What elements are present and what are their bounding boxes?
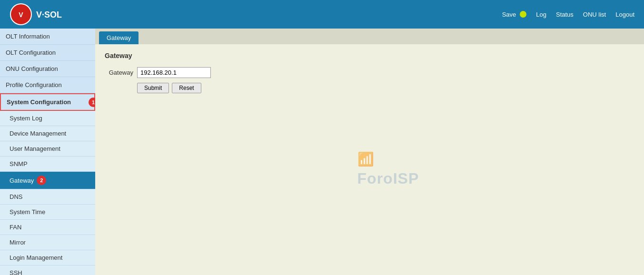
logout-button[interactable]: Logout — [615, 11, 634, 18]
reset-button[interactable]: Reset — [172, 83, 201, 93]
badge-2: 2 — [37, 176, 46, 185]
sidebar-sub-item-login-management[interactable]: Login Management — [0, 250, 95, 265]
sidebar-item-profile-configuration[interactable]: Profile Configuration — [0, 77, 95, 93]
gateway-input[interactable] — [137, 67, 211, 78]
submit-button[interactable]: Submit — [137, 83, 169, 93]
layout: OLT Information OLT Configuration ONU Co… — [0, 29, 644, 275]
gateway-form-row: Gateway — [105, 67, 634, 78]
watermark: 📶 ForoISP — [357, 147, 419, 187]
main-content: Gateway Gateway Gateway Submit Reset 📶 F… — [95, 29, 644, 275]
sidebar-sub-item-device-management[interactable]: Device Management — [0, 126, 95, 141]
button-row: Submit Reset — [137, 83, 634, 93]
sidebar-sub-item-user-management[interactable]: User Management — [0, 141, 95, 157]
logo-area: V V·SOL — [10, 3, 69, 26]
badge-1: 1 — [89, 98, 95, 107]
content-area: Gateway Gateway Submit Reset 📶 ForoISP — [95, 44, 644, 275]
sidebar-sub-item-system-log[interactable]: System Log — [0, 111, 95, 126]
log-button[interactable]: Log — [536, 11, 546, 18]
status-dot — [520, 11, 526, 18]
tab-gateway[interactable]: Gateway — [99, 31, 139, 44]
page-title: Gateway — [105, 52, 634, 59]
sidebar-sub-item-gateway[interactable]: Gateway 2 — [0, 172, 95, 189]
tab-bar: Gateway — [95, 29, 644, 44]
sidebar-sub-item-mirror[interactable]: Mirror — [0, 235, 95, 250]
svg-text:V·SOL: V·SOL — [36, 10, 62, 20]
sidebar-item-system-configuration[interactable]: System Configuration 1 — [0, 93, 95, 111]
save-button[interactable]: Save — [502, 11, 516, 18]
status-button[interactable]: Status — [556, 11, 574, 18]
vsol-text-logo: V·SOL — [36, 7, 69, 21]
sidebar-sub-item-fan[interactable]: FAN — [0, 220, 95, 235]
sidebar-sub-item-dns[interactable]: DNS — [0, 189, 95, 205]
sidebar-sub-item-snmp[interactable]: SNMP — [0, 157, 95, 172]
sidebar-item-olt-information[interactable]: OLT Information — [0, 29, 95, 45]
vsol-logo: V — [10, 3, 32, 26]
svg-text:V: V — [19, 11, 23, 19]
header-right: Save Log Status ONU list Logout — [502, 11, 634, 18]
save-area: Save — [502, 11, 527, 18]
sidebar-sub-item-system-time[interactable]: System Time — [0, 205, 95, 220]
header-nav: Log Status ONU list Logout — [536, 11, 634, 18]
header: V V·SOL Save Log Status ONU list Logout — [0, 0, 644, 29]
sidebar: OLT Information OLT Configuration ONU Co… — [0, 29, 95, 275]
sidebar-item-onu-configuration[interactable]: ONU Configuration — [0, 61, 95, 77]
onu-list-button[interactable]: ONU list — [583, 11, 606, 18]
sidebar-sub-item-ssh[interactable]: SSH — [0, 265, 95, 275]
gateway-label: Gateway — [105, 69, 133, 76]
sidebar-item-olt-configuration[interactable]: OLT Configuration — [0, 45, 95, 61]
